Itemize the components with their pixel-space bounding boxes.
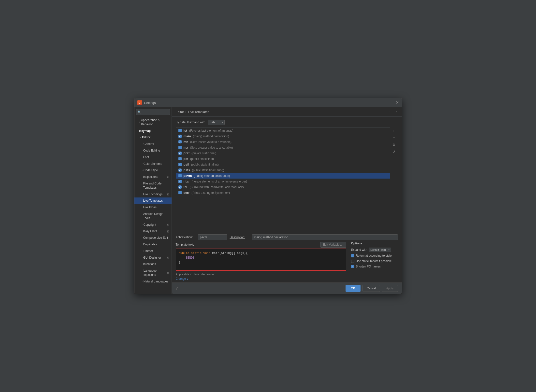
template-checkbox-main[interactable]	[178, 135, 182, 138]
help-button[interactable]: ?	[176, 286, 178, 291]
back-button[interactable]: ←	[388, 110, 392, 114]
dialog-body: 🔍 › Appearance & Behavior Keymap ∨ Edito…	[134, 107, 402, 294]
abbreviation-label: Abbreviation:	[176, 236, 195, 239]
sidebar-item-code-style[interactable]: › Code Style	[134, 167, 172, 174]
sidebar-item-live-templates[interactable]: Live Templates	[134, 197, 172, 204]
sidebar-item-copyright[interactable]: › Copyright ▣	[134, 222, 172, 228]
shorten-fq-checkbox[interactable]	[351, 265, 354, 268]
apply-button[interactable]: Apply	[382, 285, 398, 292]
template-text-label: Template text:	[176, 243, 195, 246]
sidebar-item-label: Intentions	[143, 262, 156, 266]
template-item-main[interactable]: main (main() method declaration)	[176, 133, 390, 139]
sidebar-item-file-code-templates[interactable]: File and Code Templates	[134, 180, 172, 191]
template-item-psfs[interactable]: psfs (public static final String)	[176, 167, 390, 173]
sidebar-item-label: Editor	[142, 135, 151, 140]
template-item-prsf[interactable]: prsf (private static final)	[176, 150, 390, 156]
sidebar-item-label: Inspections	[143, 175, 158, 179]
sidebar-item-general[interactable]: › General	[134, 141, 172, 147]
template-checkbox-psf[interactable]	[178, 157, 182, 160]
template-item-ritar[interactable]: ritar (Iterate elements of array in reve…	[176, 179, 390, 184]
sidebar-item-file-encodings[interactable]: File Encodings ▣	[134, 191, 172, 198]
sidebar-item-file-types[interactable]: File Types	[134, 204, 172, 211]
abbr-desc-row: Abbreviation: Description:	[176, 234, 398, 240]
template-item-mn[interactable]: mn (Sets lesser value to a variable)	[176, 139, 390, 145]
sidebar-item-duplicates[interactable]: Duplicates	[134, 241, 172, 248]
options-panel: Options Expand with Default (Tab) Tab En…	[349, 242, 398, 268]
sidebar: 🔍 › Appearance & Behavior Keymap ∨ Edito…	[134, 107, 172, 294]
sidebar-item-font[interactable]: Font	[134, 154, 172, 161]
sidebar-item-gui-designer[interactable]: GUI Designer ▣	[134, 254, 172, 261]
template-checkbox-mx[interactable]	[178, 146, 182, 149]
add-template-button[interactable]: +	[391, 128, 397, 134]
sidebar-item-label: Keymap	[139, 129, 151, 133]
chevron-right-icon: ›	[142, 249, 143, 253]
abbreviation-input[interactable]	[198, 234, 227, 240]
description-input[interactable]	[252, 234, 398, 240]
breadcrumb-editor: Editor	[176, 110, 184, 114]
footer: ? OK Cancel Apply	[172, 282, 402, 294]
sidebar-item-natural-languages[interactable]: › Natural Languages	[134, 278, 172, 285]
sidebar-item-label: Code Style	[144, 168, 158, 172]
applicable-row: Applicable in Java: declaration. Change …	[176, 273, 346, 280]
shorten-fq-option-row: Shorten FQ names	[351, 265, 398, 268]
chevron-down-icon: ∨	[139, 136, 141, 139]
sidebar-item-label: Inlay Hints	[143, 229, 157, 233]
remove-template-button[interactable]: −	[391, 135, 397, 141]
description-label: Description:	[230, 236, 249, 239]
sidebar-item-compose-live-edit[interactable]: Compose Live Edit	[134, 235, 172, 241]
template-checkbox-lst[interactable]	[178, 129, 182, 132]
sidebar-item-label: General	[144, 142, 154, 146]
template-checkbox-serr[interactable]	[178, 191, 182, 194]
search-icon: 🔍	[138, 111, 141, 114]
main-content: Editor › Live Templates ← → By default e…	[172, 107, 402, 294]
template-item-psvm[interactable]: psvm (main() method declaration)	[176, 173, 390, 179]
sidebar-item-inlay-hints[interactable]: Inlay Hints ▣	[134, 228, 172, 235]
sidebar-item-keymap[interactable]: Keymap	[134, 128, 172, 134]
template-checkbox-psfs[interactable]	[178, 168, 182, 172]
forward-button[interactable]: →	[394, 110, 398, 114]
template-item-lst[interactable]: lst (Fetches last element of an array)	[176, 128, 390, 133]
template-checkbox-psfi[interactable]	[178, 163, 182, 166]
sidebar-item-intentions[interactable]: Intentions	[134, 261, 172, 267]
sidebar-item-color-scheme[interactable]: › Color Scheme	[134, 161, 172, 167]
template-checkbox-prsf[interactable]	[178, 152, 182, 155]
sidebar-item-language-injections[interactable]: › Language Injections ▣	[134, 267, 172, 278]
sidebar-item-appearance[interactable]: › Appearance & Behavior	[134, 117, 172, 128]
options-title: Options	[351, 242, 398, 245]
template-item-psf[interactable]: psf (public static final)	[176, 156, 390, 162]
sidebar-item-label: Code Editing	[143, 149, 160, 153]
restore-template-button[interactable]: ↺	[391, 149, 397, 154]
template-checkbox-RL[interactable]	[178, 185, 182, 189]
sidebar-item-inspections[interactable]: Inspections ▣	[134, 174, 172, 180]
expand-with-select[interactable]: Tab Enter Space	[208, 120, 225, 125]
reformat-checkbox[interactable]	[351, 254, 354, 257]
search-box[interactable]: 🔍	[136, 109, 170, 115]
expand-row: By default expand with Tab Enter Space	[176, 120, 398, 125]
change-link[interactable]: Change	[176, 277, 186, 280]
static-import-checkbox[interactable]	[351, 260, 354, 263]
template-checkbox-psvm[interactable]	[178, 174, 182, 177]
template-item-serr[interactable]: serr (Prints a string to System.err)	[176, 190, 390, 196]
sidebar-item-editor[interactable]: ∨ Editor	[134, 134, 172, 141]
ok-button[interactable]: OK	[346, 285, 361, 292]
code-line-3: }	[179, 260, 343, 265]
cancel-button[interactable]: Cancel	[362, 285, 380, 292]
template-code-editor[interactable]: public static void main(String[] args){ …	[176, 249, 346, 271]
content-area: By default expand with Tab Enter Space	[172, 117, 402, 282]
code-line-1: public static void main(String[] args){	[179, 251, 343, 256]
sidebar-item-code-editing[interactable]: Code Editing	[134, 147, 172, 154]
template-item-mx[interactable]: mx (Sets greater value to a variable)	[176, 145, 390, 150]
sidebar-item-emmet[interactable]: › Emmet	[134, 248, 172, 254]
templates-panel: lst (Fetches last element of an array) m…	[176, 127, 398, 232]
change-dropdown-icon[interactable]: ∨	[187, 277, 189, 280]
edit-variables-button[interactable]: Edit Variables...	[320, 242, 346, 248]
close-button[interactable]: ✕	[396, 101, 399, 105]
sidebar-item-android-design[interactable]: Android Design Tools	[134, 211, 172, 222]
search-input[interactable]	[142, 110, 168, 114]
template-checkbox-mn[interactable]	[178, 140, 182, 143]
template-item-psfi[interactable]: psfi (public static final int)	[176, 162, 390, 167]
copy-template-button[interactable]: ⧉	[391, 142, 397, 148]
template-checkbox-ritar[interactable]	[178, 180, 182, 183]
options-expand-with-select[interactable]: Default (Tab) Tab Enter Space	[369, 248, 391, 252]
template-item-RL[interactable]: RL (Surround with ReadWriteLock.readLock…	[176, 184, 390, 190]
